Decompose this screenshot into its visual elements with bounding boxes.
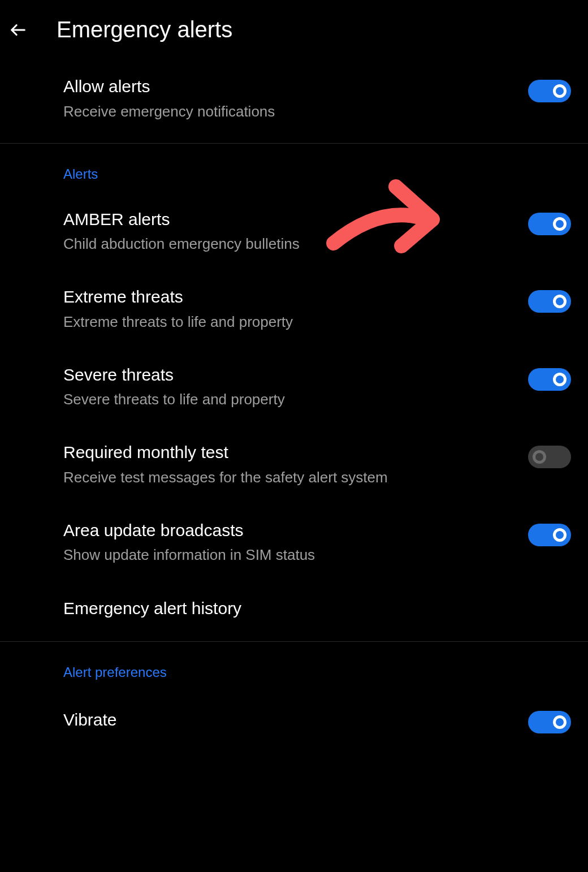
toggle-thumb [553,295,567,308]
area-update-toggle[interactable] [528,524,571,546]
vibrate-toggle[interactable] [528,711,571,733]
toggle-thumb [533,450,546,464]
toggle-thumb [553,217,567,231]
severe-threats-row[interactable]: Severe threats Severe threats to life an… [0,348,588,426]
alert-history-text: Emergency alert history [63,597,571,620]
monthly-test-text: Required monthly test Receive test messa… [63,441,528,487]
preferences-section-header: Alert preferences [0,642,588,690]
amber-alerts-subtitle: Child abduction emergency bulletins [63,234,511,254]
alert-history-title: Emergency alert history [63,597,554,620]
toggle-thumb [553,528,567,542]
vibrate-row[interactable]: Vibrate [0,690,588,749]
alert-history-row[interactable]: Emergency alert history [0,581,588,636]
severe-threats-toggle[interactable] [528,368,571,391]
alerts-section-header: Alerts [0,144,588,192]
area-update-title: Area update broadcasts [63,519,511,542]
back-arrow-icon [8,20,28,40]
extreme-threats-text: Extreme threats Extreme threats to life … [63,286,528,332]
monthly-test-toggle[interactable] [528,446,571,468]
severe-threats-text: Severe threats Severe threats to life an… [63,364,528,410]
allow-alerts-toggle[interactable] [528,80,571,102]
back-button[interactable] [7,19,29,41]
amber-alerts-title: AMBER alerts [63,208,511,231]
severe-threats-title: Severe threats [63,364,511,387]
allow-alerts-subtitle: Receive emergency notifications [63,102,511,122]
allow-alerts-text: Allow alerts Receive emergency notificat… [63,75,528,122]
extreme-threats-subtitle: Extreme threats to life and property [63,312,511,332]
extreme-threats-row[interactable]: Extreme threats Extreme threats to life … [0,270,588,348]
toggle-thumb [553,373,567,386]
amber-alerts-toggle[interactable] [528,213,571,235]
area-update-subtitle: Show update information in SIM status [63,545,511,565]
amber-alerts-text: AMBER alerts Child abduction emergency b… [63,208,528,254]
extreme-threats-title: Extreme threats [63,286,511,309]
allow-alerts-title: Allow alerts [63,75,511,98]
toggle-thumb [553,715,567,729]
monthly-test-subtitle: Receive test messages for the safety ale… [63,468,511,487]
severe-threats-subtitle: Severe threats to life and property [63,390,511,409]
area-update-row[interactable]: Area update broadcasts Show update infor… [0,503,588,581]
area-update-text: Area update broadcasts Show update infor… [63,519,528,565]
allow-alerts-row[interactable]: Allow alerts Receive emergency notificat… [0,59,588,137]
vibrate-title: Vibrate [63,709,511,732]
header: Emergency alerts [0,0,588,59]
monthly-test-title: Required monthly test [63,441,511,464]
page-title: Emergency alerts [57,17,232,42]
monthly-test-row[interactable]: Required monthly test Receive test messa… [0,425,588,503]
amber-alerts-row[interactable]: AMBER alerts Child abduction emergency b… [0,192,588,270]
extreme-threats-toggle[interactable] [528,290,571,313]
vibrate-text: Vibrate [63,709,528,732]
toggle-thumb [553,84,567,98]
